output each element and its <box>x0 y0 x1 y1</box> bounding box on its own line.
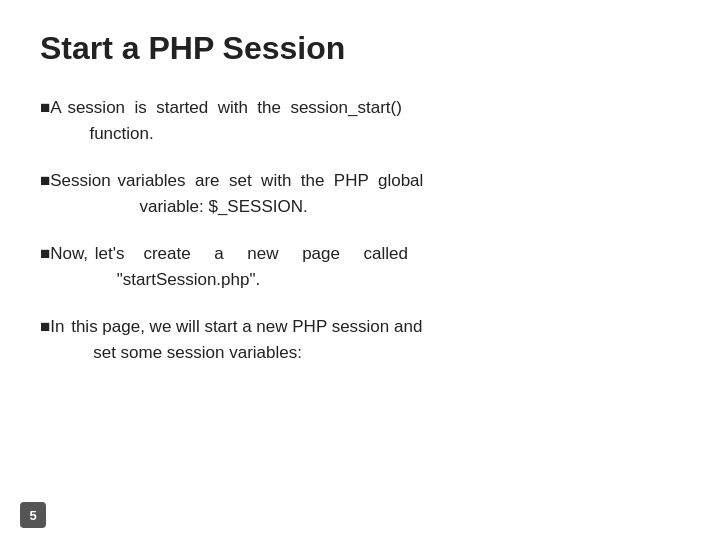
bullet-item-1: ■A session is started with the session_s… <box>40 95 680 146</box>
bullet-marker-4: ■In <box>40 314 69 340</box>
bullet-marker-2: ■Session <box>40 168 115 194</box>
bullet-block-4: ■In this page, we will start a new PHP s… <box>40 314 680 365</box>
bullet-marker-1: ■A <box>40 95 65 121</box>
bullet-content-3: let's create a new page called "startSes… <box>95 241 408 292</box>
bullet-text-4a: this page, we will start a new PHP sessi… <box>71 317 422 336</box>
bullet-block-2: ■Session variables are set with the PHP … <box>40 168 680 219</box>
bullet-text-2a: variables are set with the PHP global <box>117 171 423 190</box>
bullet-block-1: ■A session is started with the session_s… <box>40 95 680 146</box>
bullet-text-1a: session is started with the session_star… <box>67 98 401 117</box>
bullet-text-4b: set some session variables: <box>71 340 422 366</box>
bullet-text-3b: "startSession.php". <box>95 267 408 293</box>
bullet-content-4: this page, we will start a new PHP sessi… <box>71 314 422 365</box>
bullet-text-1b: function. <box>67 121 401 147</box>
bullet-marker-3: ■Now, <box>40 241 93 267</box>
bullet-block-3: ■Now, let's create a new page called "st… <box>40 241 680 292</box>
bullet-content-2: variables are set with the PHP global va… <box>117 168 423 219</box>
bullet-item-4: ■In this page, we will start a new PHP s… <box>40 314 680 365</box>
bullet-text-2b: variable: $_SESSION. <box>117 194 423 220</box>
slide-title: Start a PHP Session <box>40 30 680 67</box>
slide: Start a PHP Session ■A session is starte… <box>0 0 720 540</box>
bullet-item-3: ■Now, let's create a new page called "st… <box>40 241 680 292</box>
bullet-text-3a: let's create a new page called <box>95 244 408 263</box>
bullet-content-1: session is started with the session_star… <box>67 95 401 146</box>
slide-number: 5 <box>20 502 46 528</box>
bullet-item-2: ■Session variables are set with the PHP … <box>40 168 680 219</box>
